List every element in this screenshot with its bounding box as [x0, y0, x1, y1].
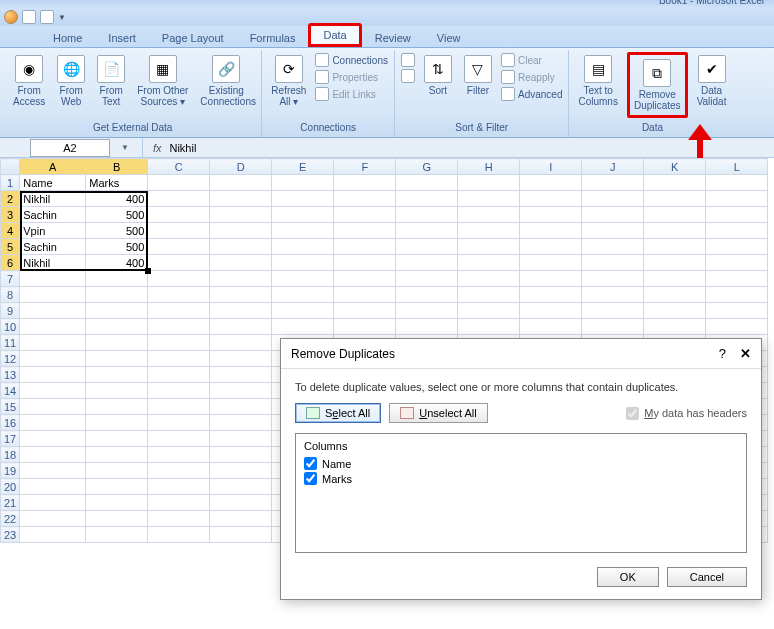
cell-B14[interactable]: [86, 383, 148, 399]
select-all-button[interactable]: Select All: [295, 403, 381, 423]
cell-D3[interactable]: [210, 207, 272, 223]
cell-F7[interactable]: [334, 271, 396, 287]
tab-insert[interactable]: Insert: [95, 28, 149, 47]
cell-E8[interactable]: [272, 287, 334, 303]
column-marks-checkbox[interactable]: Marks: [304, 471, 738, 486]
col-header-G[interactable]: G: [396, 159, 458, 175]
unselect-all-button[interactable]: Unselect All: [389, 403, 487, 423]
cell-E2[interactable]: [272, 191, 334, 207]
cell-B5[interactable]: 500: [86, 239, 148, 255]
cell-J8[interactable]: [582, 287, 644, 303]
cell-D18[interactable]: [210, 447, 272, 463]
close-icon[interactable]: ✕: [740, 346, 751, 361]
col-header-A[interactable]: A: [20, 159, 86, 175]
cell-I10[interactable]: [520, 319, 582, 335]
cell-F6[interactable]: [334, 255, 396, 271]
cell-J10[interactable]: [582, 319, 644, 335]
refresh-all-button[interactable]: ⟳Refresh All ▾: [268, 52, 309, 110]
cell-C1[interactable]: [148, 175, 210, 191]
cell-C10[interactable]: [148, 319, 210, 335]
cell-I5[interactable]: [520, 239, 582, 255]
from-access-button[interactable]: ◉From Access: [10, 52, 48, 110]
col-header-C[interactable]: C: [148, 159, 210, 175]
cell-D1[interactable]: [210, 175, 272, 191]
cell-A4[interactable]: Vpin: [20, 223, 86, 239]
data-validation-button[interactable]: ✔Data Validat: [694, 52, 730, 110]
cell-J3[interactable]: [582, 207, 644, 223]
sort-button[interactable]: ⇅Sort: [421, 52, 455, 99]
cell-L10[interactable]: [706, 319, 768, 335]
cell-J9[interactable]: [582, 303, 644, 319]
headers-checkbox-input[interactable]: [626, 407, 639, 420]
row-header-13[interactable]: 13: [1, 367, 20, 383]
cell-A17[interactable]: [20, 431, 86, 447]
row-header-2[interactable]: 2: [1, 191, 20, 207]
remove-duplicates-button[interactable]: ⧉Remove Duplicates: [631, 56, 684, 114]
cell-C21[interactable]: [148, 495, 210, 511]
cell-C7[interactable]: [148, 271, 210, 287]
cell-D19[interactable]: [210, 463, 272, 479]
cell-F3[interactable]: [334, 207, 396, 223]
cell-J4[interactable]: [582, 223, 644, 239]
cell-K10[interactable]: [644, 319, 706, 335]
cell-H9[interactable]: [458, 303, 520, 319]
cell-F2[interactable]: [334, 191, 396, 207]
col-header-J[interactable]: J: [582, 159, 644, 175]
cell-K2[interactable]: [644, 191, 706, 207]
row-header-20[interactable]: 20: [1, 479, 20, 495]
cell-D21[interactable]: [210, 495, 272, 511]
row-header-12[interactable]: 12: [1, 351, 20, 367]
cell-I6[interactable]: [520, 255, 582, 271]
cell-H3[interactable]: [458, 207, 520, 223]
cell-A16[interactable]: [20, 415, 86, 431]
cell-B19[interactable]: [86, 463, 148, 479]
cell-G3[interactable]: [396, 207, 458, 223]
undo-icon[interactable]: [40, 10, 54, 24]
cell-D2[interactable]: [210, 191, 272, 207]
cell-C4[interactable]: [148, 223, 210, 239]
cell-J1[interactable]: [582, 175, 644, 191]
cell-G8[interactable]: [396, 287, 458, 303]
row-header-5[interactable]: 5: [1, 239, 20, 255]
col-header-E[interactable]: E: [272, 159, 334, 175]
col-header-B[interactable]: B: [86, 159, 148, 175]
cell-D12[interactable]: [210, 351, 272, 367]
cell-B8[interactable]: [86, 287, 148, 303]
cell-C14[interactable]: [148, 383, 210, 399]
cell-A14[interactable]: [20, 383, 86, 399]
select-all-cell[interactable]: [1, 159, 20, 175]
cell-D20[interactable]: [210, 479, 272, 495]
cell-A22[interactable]: [20, 511, 86, 527]
cell-C23[interactable]: [148, 527, 210, 543]
cell-I1[interactable]: [520, 175, 582, 191]
qat-dropdown-icon[interactable]: ▼: [58, 13, 66, 22]
cell-F4[interactable]: [334, 223, 396, 239]
cell-L4[interactable]: [706, 223, 768, 239]
cell-B10[interactable]: [86, 319, 148, 335]
cell-A10[interactable]: [20, 319, 86, 335]
cell-K9[interactable]: [644, 303, 706, 319]
col-header-H[interactable]: H: [458, 159, 520, 175]
cell-A21[interactable]: [20, 495, 86, 511]
text-to-columns-button[interactable]: ▤Text to Columns: [575, 52, 620, 110]
cell-H7[interactable]: [458, 271, 520, 287]
cell-B6[interactable]: 400: [86, 255, 148, 271]
from-other-button[interactable]: ▦From Other Sources ▾: [134, 52, 191, 110]
row-header-21[interactable]: 21: [1, 495, 20, 511]
cell-B3[interactable]: 500: [86, 207, 148, 223]
cell-H2[interactable]: [458, 191, 520, 207]
cell-D14[interactable]: [210, 383, 272, 399]
cell-H8[interactable]: [458, 287, 520, 303]
cell-B20[interactable]: [86, 479, 148, 495]
cell-C15[interactable]: [148, 399, 210, 415]
cell-B13[interactable]: [86, 367, 148, 383]
cell-C18[interactable]: [148, 447, 210, 463]
cell-D8[interactable]: [210, 287, 272, 303]
cell-G6[interactable]: [396, 255, 458, 271]
fx-icon[interactable]: fx: [153, 142, 162, 154]
cell-B18[interactable]: [86, 447, 148, 463]
cell-A18[interactable]: [20, 447, 86, 463]
cell-G10[interactable]: [396, 319, 458, 335]
cell-A20[interactable]: [20, 479, 86, 495]
namebox-dropdown-icon[interactable]: ▼: [118, 143, 132, 152]
